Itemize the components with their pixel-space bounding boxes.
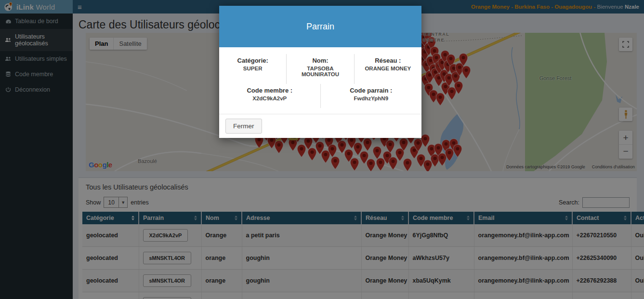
modal-field: Réseau :ORANGE MONEY — [355, 54, 421, 84]
modal-title: Parrain — [306, 22, 334, 32]
modal-info-row: Catégorie:SUPERNom:TAPSOBA MOUNIRATOURés… — [219, 54, 421, 84]
close-modal-button[interactable]: Fermer — [225, 119, 262, 134]
field-value: X2dC9kA2vP — [223, 95, 316, 101]
field-value: TAPSOBA MOUNIRATOU — [290, 66, 350, 77]
field-value: ORANGE MONEY — [358, 66, 418, 71]
parrain-modal: Parrain Catégorie:SUPERNom:TAPSOBA MOUNI… — [219, 6, 421, 138]
modal-field: Code parrain :FwdhzYphN9 — [321, 84, 422, 108]
field-value: FwdhzYphN9 — [325, 95, 418, 101]
modal-info-row: Code membre :X2dC9kA2vPCode parrain :Fwd… — [219, 84, 421, 108]
modal-body: Catégorie:SUPERNom:TAPSOBA MOUNIRATOURés… — [219, 47, 421, 114]
modal-footer: Fermer — [219, 114, 421, 138]
field-label: Code parrain : — [325, 87, 418, 94]
modal-field: Nom:TAPSOBA MOUNIRATOU — [287, 54, 354, 84]
field-label: Code membre : — [223, 87, 316, 94]
modal-field: Catégorie:SUPER — [219, 54, 287, 84]
field-value: SUPER — [223, 66, 282, 71]
field-label: Catégorie: — [223, 57, 282, 64]
modal-field: Code membre :X2dC9kA2vP — [219, 84, 321, 108]
field-label: Nom: — [290, 57, 350, 64]
modal-header: Parrain — [219, 6, 421, 47]
field-label: Réseau : — [358, 57, 418, 64]
